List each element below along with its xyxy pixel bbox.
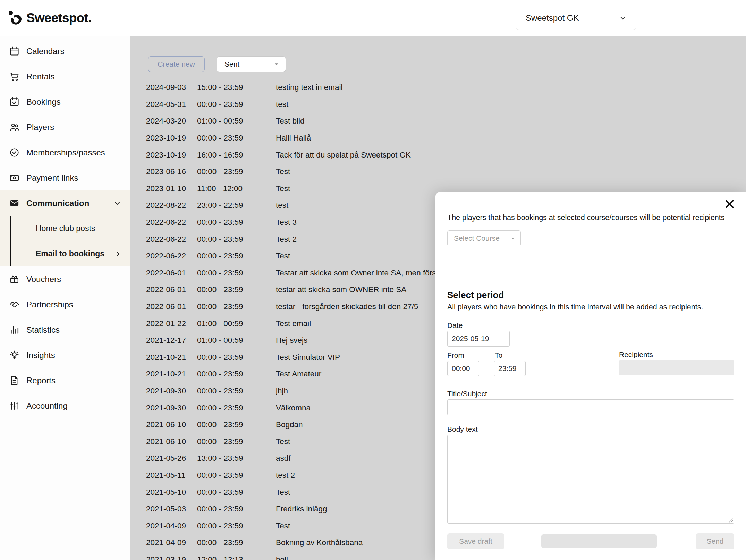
sidebar-item-bookings[interactable]: Bookings	[0, 89, 130, 114]
select-period-description: All players who have bookings in this ti…	[447, 303, 731, 312]
sidebar-item-partnerships[interactable]: Partnerships	[0, 292, 130, 317]
email-time: 00:00 - 23:59	[197, 100, 276, 109]
email-date: 2022-06-22	[146, 252, 197, 261]
chevron-down-icon	[273, 61, 280, 68]
sidebar-item-label: Players	[26, 122, 54, 132]
email-time: 01:00 - 00:59	[197, 336, 276, 345]
email-time: 00:00 - 23:59	[197, 302, 276, 311]
email-date: 2023-10-19	[146, 134, 197, 143]
email-subject: testing text in email	[276, 83, 746, 92]
email-row[interactable]: 2023-06-16 00:00 - 23:59 Test	[130, 163, 746, 180]
email-date: 2024-05-31	[146, 100, 197, 109]
date-label: Date	[447, 321, 463, 330]
email-time: 00:00 - 23:59	[197, 538, 276, 547]
course-select[interactable]: Select Course	[447, 230, 521, 246]
recipients-field[interactable]	[619, 360, 734, 375]
sidebar-item-communication[interactable]: Communication	[0, 190, 130, 216]
email-time: 00:00 - 23:59	[197, 471, 276, 480]
sidebar-item-payment-links[interactable]: Payment links	[0, 165, 130, 190]
chevron-right-icon	[114, 250, 122, 258]
sidebar-item-home-club-posts[interactable]: Home club posts	[11, 216, 130, 241]
email-compose-modal: The players that has bookings at selecte…	[435, 192, 746, 560]
report-icon	[9, 375, 20, 386]
modal-secondary-button[interactable]	[541, 534, 657, 548]
email-row[interactable]: 2023-10-19 00:00 - 23:59 Halli Hallå	[130, 130, 746, 147]
email-date: 2022-08-22	[146, 201, 197, 210]
chevron-down-icon	[509, 235, 516, 242]
sidebar-item-label: Vouchers	[26, 274, 61, 284]
body-text-label: Body text	[447, 425, 478, 433]
email-time: 01:00 - 00:59	[197, 117, 276, 126]
rentals-icon	[9, 71, 20, 82]
email-date: 2021-04-09	[146, 538, 197, 547]
sidebar-item-label: Calendars	[26, 46, 64, 56]
email-row[interactable]: 2024-09-03 15:00 - 23:59 testing text in…	[130, 79, 746, 96]
sidebar-item-label: Insights	[26, 350, 55, 360]
sweetspot-logo: Sweetspot.	[8, 10, 91, 26]
email-time: 16:00 - 16:59	[197, 151, 276, 160]
sidebar-item-rentals[interactable]: Rentals	[0, 64, 130, 89]
close-icon[interactable]	[724, 198, 736, 210]
email-date: 2022-01-22	[146, 319, 197, 328]
title-subject-field[interactable]	[447, 399, 734, 415]
chevron-down-icon	[619, 14, 627, 22]
email-time: 00:00 - 23:59	[197, 235, 276, 244]
email-date: 2024-09-03	[146, 83, 197, 92]
lightbulb-icon	[9, 350, 20, 360]
email-row[interactable]: 2024-05-31 00:00 - 23:59 test	[130, 96, 746, 113]
top-bar: Sweetspot. Sweetspot GK	[0, 0, 746, 36]
body-text-field[interactable]	[447, 435, 734, 524]
save-draft-button[interactable]: Save draft	[447, 533, 504, 549]
to-time-field[interactable]	[494, 361, 526, 376]
email-row[interactable]: 2024-03-20 01:00 - 00:59 Test bild	[130, 113, 746, 130]
club-selector[interactable]: Sweetspot GK	[516, 6, 636, 30]
email-date: 2023-10-19	[146, 151, 197, 160]
email-subject: Test	[276, 167, 746, 176]
sidebar-item-memberships[interactable]: Memberships/passes	[0, 140, 130, 165]
payment-icon	[9, 172, 20, 183]
sidebar-item-label: Bookings	[26, 97, 61, 107]
sidebar-item-email-to-bookings[interactable]: Email to bookings	[11, 241, 130, 266]
email-date: 2023-01-10	[146, 184, 197, 193]
sidebar-item-insights[interactable]: Insights	[0, 342, 130, 368]
sidebar-item-accounting[interactable]: Accounting	[0, 393, 130, 418]
accounting-icon	[9, 400, 20, 411]
email-time: 00:00 - 23:59	[197, 269, 276, 278]
sidebar-item-label: Statistics	[26, 325, 60, 335]
email-date: 2021-03-19	[146, 555, 197, 560]
course-select-placeholder: Select Course	[454, 234, 500, 243]
email-subject: Halli Hallå	[276, 134, 746, 143]
sidebar-item-label: Communication	[26, 198, 89, 208]
sidebar-item-vouchers[interactable]: Vouchers	[0, 266, 130, 292]
bar-chart-icon	[9, 324, 20, 335]
email-date: 2021-05-03	[146, 504, 197, 514]
sidebar-item-players[interactable]: Players	[0, 114, 130, 140]
calendar-icon	[9, 46, 20, 57]
email-subject: Tack för att du spelat på Sweetspot GK	[276, 151, 746, 160]
handshake-icon	[9, 299, 20, 310]
sidebar-item-reports[interactable]: Reports	[0, 368, 130, 393]
email-row[interactable]: 2023-10-19 16:00 - 16:59 Tack för att du…	[130, 146, 746, 163]
sidebar-item-calendars[interactable]: Calendars	[0, 39, 130, 64]
bookings-icon	[9, 96, 20, 107]
email-time: 01:00 - 00:59	[197, 319, 276, 328]
create-new-button[interactable]: Create new	[148, 56, 205, 72]
email-time: 00:00 - 23:59	[197, 134, 276, 143]
sidebar-item-label: Payment links	[26, 173, 78, 183]
email-date: 2021-06-10	[146, 437, 197, 446]
date-field[interactable]	[447, 331, 510, 347]
recipients-label: Recipients	[619, 350, 653, 359]
status-filter-value: Sent	[224, 60, 239, 68]
send-button[interactable]: Send	[696, 533, 734, 549]
email-time: 00:00 - 23:59	[197, 504, 276, 514]
email-date: 2021-05-26	[146, 454, 197, 463]
email-date: 2023-06-16	[146, 167, 197, 176]
status-filter-select[interactable]: Sent	[217, 56, 286, 72]
sidebar-item-label: Home club posts	[36, 224, 95, 233]
email-date: 2021-10-21	[146, 370, 197, 379]
sidebar-item-statistics[interactable]: Statistics	[0, 317, 130, 342]
from-time-field[interactable]	[447, 361, 479, 376]
sidebar-item-label: Reports	[26, 376, 56, 385]
email-time: 00:00 - 23:59	[197, 488, 276, 497]
email-time: 15:00 - 23:59	[197, 83, 276, 92]
